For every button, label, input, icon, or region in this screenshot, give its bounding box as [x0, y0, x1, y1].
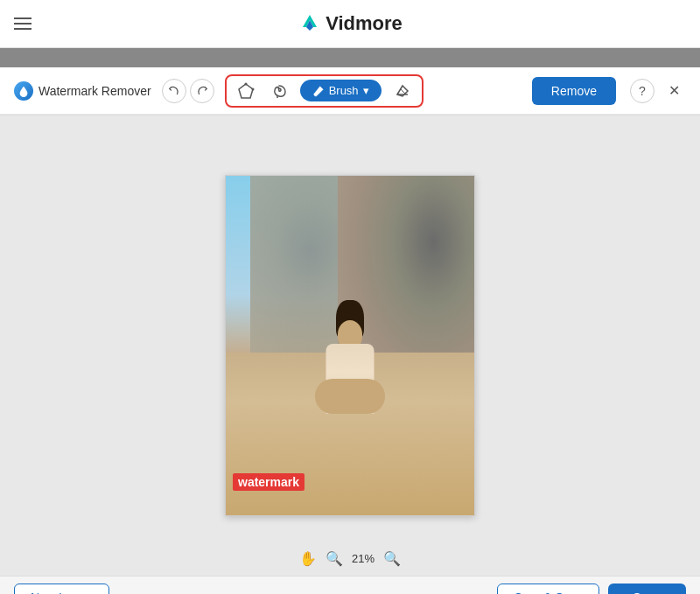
remove-button[interactable]: Remove — [532, 77, 616, 105]
tool-bar: Watermark Remover — [0, 67, 700, 115]
polygon-icon — [237, 82, 255, 100]
help-button[interactable]: ? — [630, 79, 654, 103]
crop-save-button[interactable]: Crop & Save — [497, 584, 599, 595]
eraser-icon — [394, 82, 411, 100]
undo-button[interactable] — [162, 79, 186, 103]
person-legs — [315, 379, 385, 414]
redo-button[interactable] — [190, 79, 214, 103]
svg-marker-0 — [239, 84, 253, 98]
selection-tool-group: Brush ▾ — [225, 74, 424, 108]
watermark-remover-text: Watermark Remover — [38, 84, 151, 98]
undo-redo-group — [162, 79, 214, 103]
logo-text: Vidmore — [326, 12, 402, 35]
menu-icon[interactable] — [14, 17, 32, 30]
hand-tool-icon[interactable]: ✋ — [299, 550, 317, 567]
close-button[interactable]: ✕ — [662, 79, 686, 103]
zoom-in-icon[interactable]: 🔍 — [326, 550, 343, 567]
brush-icon — [312, 85, 325, 97]
brush-button[interactable]: Brush ▾ — [300, 80, 382, 101]
droplet-icon — [18, 85, 30, 97]
watermark-remover-label: Watermark Remover — [14, 81, 151, 101]
photo-background: watermark — [226, 176, 474, 515]
close-icon: ✕ — [668, 82, 680, 99]
zoom-out-icon[interactable]: 🔍 — [383, 550, 401, 567]
accent-bar — [0, 48, 700, 67]
lasso-icon — [270, 82, 288, 100]
footer: New Image Crop & Save Save — [0, 576, 700, 594]
brush-label: Brush — [329, 84, 359, 97]
watermark-text: watermark — [233, 473, 304, 491]
title-bar: Vidmore — [0, 0, 700, 48]
brush-dropdown-icon: ▾ — [363, 84, 369, 97]
new-image-button[interactable]: New Image — [14, 584, 109, 595]
eraser-tool[interactable] — [390, 79, 415, 103]
undo-icon — [168, 85, 180, 97]
app-logo: Vidmore — [298, 11, 402, 36]
save-button[interactable]: Save — [608, 584, 686, 595]
zoom-percent: 21% — [352, 552, 374, 565]
watermark-icon-badge — [14, 81, 33, 101]
person-figure — [311, 309, 389, 414]
svg-line-3 — [400, 88, 405, 94]
svg-point-1 — [244, 82, 247, 85]
canvas-area: watermark ✋ 🔍 21% 🔍 — [0, 115, 700, 576]
redo-icon — [196, 85, 208, 97]
logo-v-icon — [298, 11, 322, 36]
lasso-tool[interactable] — [267, 79, 291, 103]
zoom-bar: ✋ 🔍 21% 🔍 — [0, 541, 700, 576]
svg-point-2 — [251, 87, 254, 90]
image-container[interactable]: watermark — [225, 175, 475, 516]
polygon-tool[interactable] — [234, 79, 258, 103]
help-icon: ? — [639, 84, 646, 98]
